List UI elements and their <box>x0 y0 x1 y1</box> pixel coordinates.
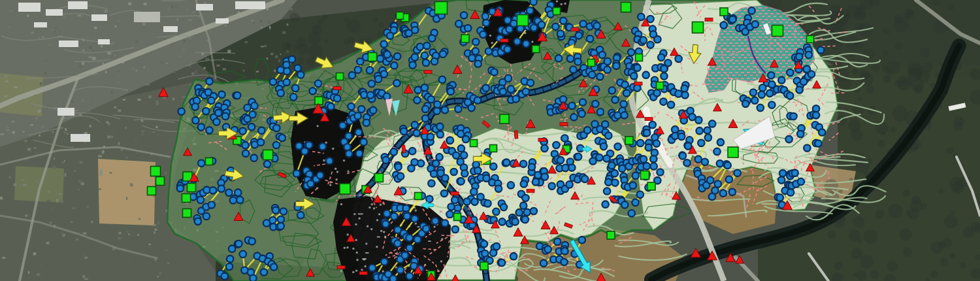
blue-circle-marker[interactable] <box>198 160 204 167</box>
red-bar-marker[interactable] <box>527 190 534 193</box>
blue-circle-marker[interactable] <box>249 238 255 244</box>
blue-circle-marker[interactable] <box>561 259 567 265</box>
blue-circle-marker[interactable] <box>523 41 529 47</box>
green-square-marker[interactable] <box>415 193 422 200</box>
blue-circle-marker[interactable] <box>482 13 489 20</box>
blue-circle-marker[interactable] <box>251 155 257 161</box>
blue-circle-marker[interactable] <box>521 180 527 187</box>
red-bar-marker[interactable] <box>424 71 432 74</box>
green-square-marker[interactable] <box>647 182 655 190</box>
blue-circle-marker[interactable] <box>422 106 429 112</box>
blue-circle-marker[interactable] <box>258 127 265 134</box>
blue-circle-marker[interactable] <box>436 124 443 130</box>
blue-circle-marker[interactable] <box>468 55 475 61</box>
blue-circle-marker[interactable] <box>280 208 287 214</box>
blue-circle-marker[interactable] <box>638 14 644 20</box>
green-square-marker[interactable] <box>636 54 643 61</box>
blue-circle-marker[interactable] <box>485 48 492 54</box>
red-bar-marker[interactable] <box>451 192 459 195</box>
blue-circle-marker[interactable] <box>696 127 703 134</box>
blue-circle-marker[interactable] <box>442 220 448 226</box>
blue-circle-marker[interactable] <box>292 85 299 91</box>
blue-circle-marker[interactable] <box>678 133 685 140</box>
blue-circle-marker[interactable] <box>394 53 400 59</box>
blue-circle-marker[interactable] <box>634 65 640 71</box>
red-bar-marker[interactable] <box>538 139 546 142</box>
blue-circle-marker[interactable] <box>453 152 459 159</box>
blue-circle-marker[interactable] <box>402 252 408 259</box>
blue-circle-marker[interactable] <box>508 86 514 92</box>
blue-circle-marker[interactable] <box>390 275 397 281</box>
blue-circle-marker[interactable] <box>630 182 636 189</box>
blue-circle-marker[interactable] <box>512 218 518 225</box>
blue-circle-marker[interactable] <box>510 20 517 27</box>
blue-circle-marker[interactable] <box>508 182 514 188</box>
blue-circle-marker[interactable] <box>580 20 586 27</box>
blue-circle-marker[interactable] <box>549 183 555 190</box>
green-square-marker[interactable] <box>480 262 488 270</box>
blue-circle-marker[interactable] <box>251 103 257 109</box>
blue-circle-marker[interactable] <box>815 140 821 146</box>
green-square-marker[interactable] <box>588 59 595 67</box>
blue-circle-marker[interactable] <box>657 169 663 175</box>
blue-circle-marker[interactable] <box>527 7 533 14</box>
blue-circle-marker[interactable] <box>448 203 454 210</box>
blue-circle-marker[interactable] <box>451 197 458 203</box>
blue-circle-marker[interactable] <box>505 75 512 82</box>
blue-circle-marker[interactable] <box>604 67 611 73</box>
green-square-marker[interactable] <box>368 53 377 61</box>
blue-circle-marker[interactable] <box>400 128 407 135</box>
blue-circle-marker[interactable] <box>439 76 446 83</box>
blue-circle-marker[interactable] <box>348 103 354 110</box>
blue-circle-marker[interactable] <box>346 150 352 157</box>
blue-circle-marker[interactable] <box>668 101 674 108</box>
blue-circle-marker[interactable] <box>623 90 630 96</box>
blue-circle-marker[interactable] <box>504 46 511 52</box>
blue-circle-marker[interactable] <box>792 170 798 176</box>
blue-circle-marker[interactable] <box>717 139 724 146</box>
blue-circle-marker[interactable] <box>203 213 210 220</box>
blue-circle-marker[interactable] <box>729 189 736 195</box>
blue-circle-marker[interactable] <box>414 236 421 242</box>
blue-circle-marker[interactable] <box>520 161 527 167</box>
blue-circle-marker[interactable] <box>471 199 478 205</box>
blue-circle-marker[interactable] <box>412 27 418 33</box>
green-square-marker[interactable] <box>336 73 344 80</box>
blue-circle-marker[interactable] <box>474 97 481 103</box>
blue-circle-marker[interactable] <box>495 186 502 192</box>
blue-circle-marker[interactable] <box>713 148 720 155</box>
blue-circle-marker[interactable] <box>709 120 715 127</box>
green-square-marker[interactable] <box>461 35 469 42</box>
blue-circle-marker[interactable] <box>206 78 212 84</box>
blue-circle-marker[interactable] <box>277 67 284 73</box>
blue-circle-marker[interactable] <box>654 36 661 42</box>
blue-circle-marker[interactable] <box>592 101 598 107</box>
blue-circle-marker[interactable] <box>382 221 389 227</box>
blue-circle-marker[interactable] <box>472 39 479 45</box>
blue-circle-marker[interactable] <box>395 163 401 170</box>
blue-circle-marker[interactable] <box>620 101 627 107</box>
blue-circle-marker[interactable] <box>589 71 595 78</box>
green-square-marker[interactable] <box>151 167 161 176</box>
blue-circle-marker[interactable] <box>221 273 228 280</box>
blue-circle-marker[interactable] <box>222 113 229 120</box>
blue-circle-marker[interactable] <box>192 103 199 110</box>
blue-circle-marker[interactable] <box>498 218 505 225</box>
blue-circle-marker[interactable] <box>248 124 255 130</box>
blue-circle-marker[interactable] <box>576 32 582 39</box>
blue-circle-marker[interactable] <box>605 179 612 186</box>
blue-circle-marker[interactable] <box>498 259 505 266</box>
blue-circle-marker[interactable] <box>409 148 416 154</box>
blue-circle-marker[interactable] <box>554 239 561 245</box>
blue-circle-marker[interactable] <box>578 110 585 117</box>
blue-circle-marker[interactable] <box>461 170 468 176</box>
blue-circle-marker[interactable] <box>729 16 736 23</box>
blue-circle-marker[interactable] <box>297 212 304 218</box>
blue-circle-marker[interactable] <box>589 157 596 164</box>
blue-circle-marker[interactable] <box>777 194 783 201</box>
blue-circle-marker[interactable] <box>428 180 434 186</box>
blue-circle-marker[interactable] <box>455 106 461 112</box>
blue-circle-marker[interactable] <box>404 213 410 220</box>
blue-circle-marker[interactable] <box>817 46 824 53</box>
blue-circle-marker[interactable] <box>751 97 758 104</box>
